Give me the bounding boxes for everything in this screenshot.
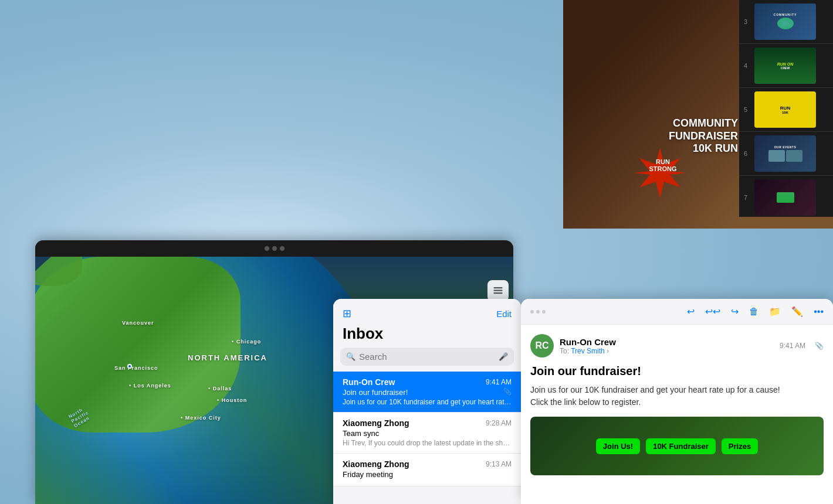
sanfrancisco-label: San Francisco	[114, 365, 158, 371]
mail-list-item-2[interactable]: Xiaomeng Zhong 9:28 AM Team sync Hi Trev…	[333, 413, 521, 454]
mail-item-top-2: Xiaomeng Zhong 9:28 AM	[343, 418, 512, 428]
trash-button[interactable]: 🗑	[749, 307, 758, 317]
reply-button[interactable]: ↩	[687, 306, 695, 317]
map-titlebar	[35, 240, 513, 257]
detail-body-text: Join us for our 10K fundraiser and get y…	[530, 384, 824, 408]
slide-number-4: 4	[744, 62, 754, 69]
detail-actions: ↩ ↩↩ ↪ 🗑 📁 ✏️ •••	[687, 306, 824, 317]
svg-marker-0	[634, 148, 686, 198]
slide-item-6[interactable]: 6 OUR EVENTS	[739, 132, 833, 176]
slide-item-7[interactable]: 7	[739, 176, 833, 217]
slides-panel: 3 COMMUNITY 4 RUN ON CREW 5 RUN 10K 6	[739, 0, 833, 217]
mail-sender-2: Xiaomeng Zhong	[343, 418, 409, 428]
mail-sender-1: Run-On Crew	[343, 377, 395, 387]
vancouver-label: Vancouver	[122, 320, 154, 326]
mail-item-top-1: Run-On Crew 9:41 AM	[343, 377, 512, 387]
slide-thumb-7	[754, 179, 816, 216]
slide-item-4[interactable]: 4 RUN ON CREW	[739, 44, 833, 88]
forward-button[interactable]: ↪	[731, 306, 739, 317]
mail-window: ⊞ Edit Inbox 🔍 🎤 Run-On Crew 9:41 AM Joi…	[333, 299, 521, 504]
mail-time-1: 9:41 AM	[486, 378, 512, 386]
detail-attachment-icon: 📎	[815, 342, 824, 350]
map-window-dots	[265, 246, 285, 251]
map-dot-3	[280, 246, 285, 251]
mail-preview-2: Hi Trev, If you could drop the latest up…	[343, 439, 512, 447]
folder-button[interactable]: 📁	[769, 306, 781, 317]
slide-number-6: 6	[744, 150, 754, 157]
mail-edit-button[interactable]: Edit	[496, 309, 512, 319]
slide-number-5: 5	[744, 106, 754, 113]
svg-rect-1	[494, 287, 503, 288]
map-dot-1	[265, 246, 269, 251]
sender-avatar: RC	[530, 334, 554, 357]
mail-time-2: 9:28 AM	[486, 419, 512, 427]
slide-thumb-4: RUN ON CREW	[754, 47, 816, 84]
message-detail-panel: ↩ ↩↩ ↪ 🗑 📁 ✏️ ••• RC Run-On Crew To: Tre…	[521, 299, 833, 504]
run-strong-text: RUNSTRONG	[642, 158, 683, 172]
slide-number-7: 7	[744, 194, 754, 201]
sender-name: Run-On Crew	[560, 337, 774, 347]
mail-subject-3: Friday meeting	[343, 470, 512, 479]
detail-toolbar: ↩ ↩↩ ↪ 🗑 📁 ✏️ •••	[521, 299, 833, 325]
detail-body: RC Run-On Crew To: Trev Smith › 9:41 AM …	[521, 325, 833, 485]
mail-subject-1: Join our fundraiser!	[343, 388, 512, 397]
map-dot-2	[272, 246, 277, 251]
svg-rect-2	[494, 290, 503, 291]
mail-list-item-1[interactable]: Run-On Crew 9:41 AM Join our fundraiser!…	[333, 372, 521, 413]
detail-window-dots	[530, 310, 546, 314]
prizes-tag[interactable]: Prizes	[722, 438, 758, 454]
detail-timestamp: 9:41 AM	[780, 342, 805, 350]
mail-item-top-3: Xiaomeng Zhong 9:13 AM	[343, 459, 512, 469]
search-input[interactable]	[359, 352, 495, 362]
mail-time-3: 9:13 AM	[486, 460, 512, 468]
mail-sidebar-toggle[interactable]: ⊞	[343, 307, 351, 320]
slide-number-3: 3	[744, 18, 754, 25]
mail-preview-1: Join us for our 10K fundraiser and get y…	[343, 398, 512, 406]
reply-all-button[interactable]: ↩↩	[705, 306, 720, 317]
10k-fundraiser-tag[interactable]: 10K Fundraiser	[646, 438, 716, 454]
microphone-icon[interactable]: 🎤	[499, 352, 508, 361]
chicago-label: • Chicago	[232, 339, 261, 345]
fundraiser-image: Join Us! 10K Fundraiser Prizes	[530, 417, 824, 475]
slide-item-3[interactable]: 3 COMMUNITY	[739, 0, 833, 44]
mexicocity-label: • Mexico City	[181, 415, 221, 421]
mail-inbox-title: Inbox	[333, 325, 521, 348]
mail-sender-3: Xiaomeng Zhong	[343, 459, 409, 469]
slide-item-5[interactable]: 5 RUN 10K	[739, 88, 833, 132]
detail-dot-2	[536, 310, 540, 314]
compose-button[interactable]: ✏️	[791, 306, 803, 317]
location-dot-sf	[127, 364, 132, 369]
losangeles-label: • Los Angeles	[129, 383, 171, 389]
sender-info: Run-On Crew To: Trev Smith ›	[560, 337, 774, 355]
mail-list-item-3[interactable]: Xiaomeng Zhong 9:13 AM Friday meeting	[333, 454, 521, 486]
mail-search-bar[interactable]: 🔍 🎤	[340, 348, 514, 366]
detail-subject: Join our fundraiser!	[530, 365, 824, 378]
slide-thumb-5: RUN 10K	[754, 91, 816, 128]
detail-dot-3	[542, 310, 546, 314]
dallas-label: • Dallas	[208, 386, 232, 391]
north-america-label: NORTH AMERICA	[188, 353, 267, 362]
join-us-tag[interactable]: Join Us!	[596, 438, 640, 454]
sender-to: To: Trev Smith ›	[560, 347, 774, 355]
recipient-name[interactable]: Trev Smith	[571, 347, 605, 355]
attachment-icon-1: 📎	[503, 388, 512, 396]
detail-dot-1	[530, 310, 534, 314]
community-fundraiser-text: COMMUNITYFUNDRAISER10K RUN	[669, 117, 738, 155]
mail-header: ⊞ Edit	[333, 299, 521, 325]
slide-thumb-6: OUR EVENTS	[754, 135, 816, 172]
sender-row: RC Run-On Crew To: Trev Smith › 9:41 AM …	[530, 334, 824, 357]
houston-label: • Houston	[217, 397, 247, 403]
more-button[interactable]: •••	[814, 307, 824, 317]
slide-thumb-3: COMMUNITY	[754, 4, 816, 40]
svg-rect-3	[494, 292, 503, 294]
search-icon: 🔍	[346, 352, 355, 361]
map-layers-button[interactable]	[487, 280, 509, 301]
mail-subject-2: Team sync	[343, 429, 512, 438]
